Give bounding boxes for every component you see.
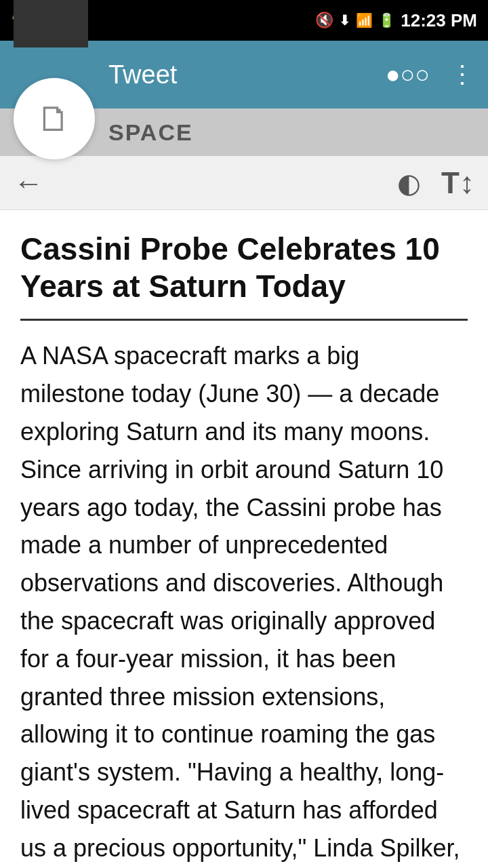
status-time: 12:23 PM [401,10,477,31]
search-icon[interactable]: ●○○ [386,60,430,89]
app-header: 🗋 Tweet ●○○ ⋮ [0,41,488,108]
article-divider [20,319,468,321]
header-icons: ●○○ ⋮ [386,60,474,89]
article-nav: ← ◐ T↕ [0,156,488,210]
download-icon: ⬇ [339,12,350,28]
floating-doc-circle: 🗋 [14,78,95,159]
profile-source-name: SPACE [108,119,193,146]
app-header-title: Tweet [108,60,177,90]
status-bar-right: 🔇 ⬇ 📶 🔋 12:23 PM [315,10,477,31]
signal-icon: 📶 [356,12,373,28]
more-options-icon[interactable]: ⋮ [450,60,474,89]
contrast-icon[interactable]: ◐ [397,167,421,199]
font-size-icon[interactable]: T↕ [441,166,474,200]
article-title: Cassini Probe Celebrates 10 Years at Sat… [20,231,468,305]
battery-icon: 🔋 [378,12,395,28]
nav-right-icons: ◐ T↕ [397,166,474,200]
article-body: A NASA spacecraft marks a big milestone … [20,337,468,868]
avatar [14,0,88,47]
document-icon: 🗋 [37,98,72,139]
article-content: Cassini Probe Celebrates 10 Years at Sat… [0,210,488,868]
back-button[interactable]: ← [14,166,43,200]
mute-icon: 🔇 [315,12,333,29]
